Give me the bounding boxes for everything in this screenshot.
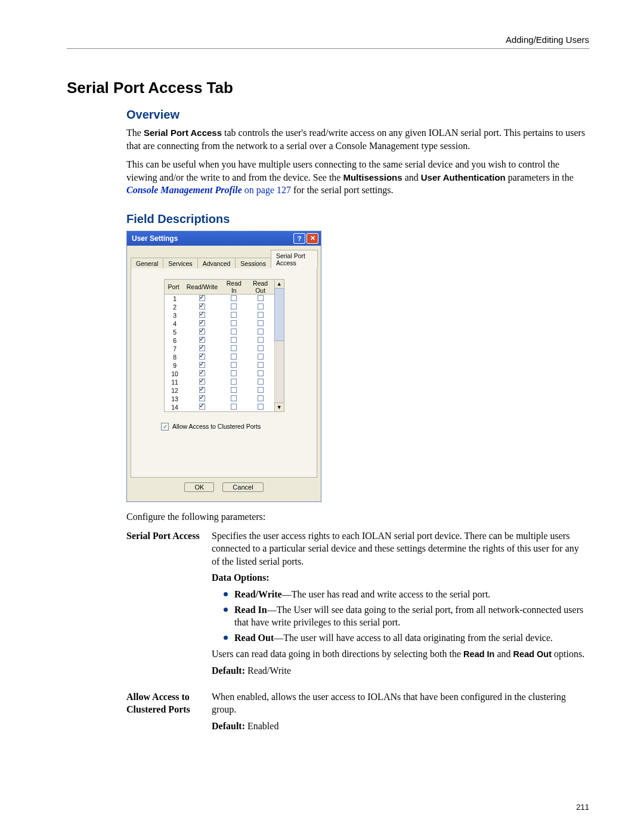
console-mgmt-profile-link[interactable]: Console Management Profile [126,185,242,195]
readwrite-checkbox[interactable] [199,387,205,393]
readin-cell [221,303,246,311]
readwrite-checkbox[interactable] [199,354,205,360]
table-row: 10 [165,370,274,378]
grid-scrollbar[interactable]: ▲ ▼ [274,280,284,411]
both-pre: Users can read data going in both direct… [212,649,463,659]
overview-p2-multisessions: Multisessions [343,172,402,182]
readin-checkbox[interactable] [231,345,237,351]
port-number-cell: 6 [165,336,183,345]
help-button[interactable]: ? [293,233,305,244]
desc-allow-clustered: When enabled, allows the user access to … [212,690,589,733]
readwrite-checkbox[interactable] [199,379,205,385]
port-number-cell: 14 [165,403,183,411]
readwrite-checkbox[interactable] [199,404,205,410]
desc-spa-default: Default: Read/Write [212,664,589,677]
table-row: 8 [165,353,274,361]
readout-cell [247,370,274,378]
readwrite-checkbox[interactable] [199,370,205,376]
readin-checkbox[interactable] [231,370,237,376]
tab-sessions[interactable]: Sessions [235,258,271,268]
opt-rin-text: —The User will see data going to the ser… [234,605,583,628]
readout-cell [247,303,274,311]
scroll-thumb[interactable] [274,288,284,341]
spa-default-value: Read/Write [245,665,291,676]
table-row: 13 [165,395,274,403]
readout-checkbox[interactable] [258,354,264,360]
readin-cell [221,345,246,353]
spa-default-label: Default: [212,665,245,676]
readout-checkbox[interactable] [258,295,264,301]
readin-checkbox[interactable] [231,387,237,393]
readout-checkbox[interactable] [258,329,264,335]
readin-cell [221,386,246,395]
readout-checkbox[interactable] [258,404,264,410]
readwrite-checkbox[interactable] [199,395,205,401]
col-port: Port [165,280,183,295]
scroll-up-icon[interactable]: ▲ [274,279,284,289]
both-mid: and [494,649,513,659]
ok-button[interactable]: OK [184,482,214,492]
readin-checkbox[interactable] [231,304,237,309]
port-number-cell: 7 [165,345,183,353]
readin-checkbox[interactable] [231,362,237,368]
readwrite-checkbox[interactable] [199,329,205,335]
col-readin: Read In [221,280,246,295]
table-row: 4 [165,320,274,328]
readin-cell [221,403,246,411]
both-b1: Read In [463,649,494,659]
readin-cell [221,328,246,336]
readout-checkbox[interactable] [258,345,264,351]
readwrite-checkbox[interactable] [199,304,205,309]
readout-checkbox[interactable] [258,337,264,343]
table-row: 14 [165,403,274,411]
readout-cell [247,395,274,403]
readwrite-checkbox[interactable] [199,362,205,368]
col-readwrite: Read/Write [183,280,221,295]
readwrite-checkbox[interactable] [199,345,205,351]
allow-clustered-ports-checkbox[interactable]: ✓ [161,423,169,431]
readout-cell [247,345,274,353]
readout-checkbox[interactable] [258,312,264,318]
tab-services[interactable]: Services [163,258,197,268]
readout-checkbox[interactable] [258,395,264,401]
opt-readwrite: Read/Write—The user has read and write a… [224,588,589,601]
term-allow-clustered: Allow Access to Clustered Ports [126,690,207,733]
readwrite-checkbox[interactable] [199,312,205,318]
cancel-button[interactable]: Cancel [222,482,263,492]
readin-checkbox[interactable] [231,379,237,385]
readin-checkbox[interactable] [231,395,237,401]
desc-serial-port-access: Specifies the user access rights to each… [212,529,589,677]
readout-checkbox[interactable] [258,320,264,326]
readout-checkbox[interactable] [258,370,264,376]
readout-checkbox[interactable] [258,379,264,385]
field-descriptions-heading: Field Descriptions [126,212,589,226]
close-button[interactable]: ✕ [306,233,318,244]
readin-checkbox[interactable] [231,337,237,343]
port-number-cell: 3 [165,311,183,320]
table-row: 6 [165,336,274,345]
readin-checkbox[interactable] [231,329,237,335]
tab-general[interactable]: General [131,258,163,268]
tab-advanced[interactable]: Advanced [197,258,236,268]
readin-checkbox[interactable] [231,312,237,318]
readwrite-checkbox[interactable] [199,337,205,343]
readout-checkbox[interactable] [258,362,264,368]
readout-checkbox[interactable] [258,304,264,309]
tab-serial-port-access[interactable]: Serial Port Access [271,250,318,268]
scroll-down-icon[interactable]: ▼ [274,402,284,412]
term-serial-port-access: Serial Port Access [126,529,207,677]
overview-p1-pre: The [126,128,144,138]
readin-checkbox[interactable] [231,295,237,301]
data-options-label: Data Options: [212,572,269,583]
readwrite-checkbox[interactable] [199,320,205,326]
col-readout: Read Out [247,280,274,295]
overview-p2-mid: parameters in the [506,172,574,182]
readin-checkbox[interactable] [231,404,237,410]
readin-checkbox[interactable] [231,320,237,326]
readout-checkbox[interactable] [258,387,264,393]
allow-clustered-ports-label: Allow Access to Clustered Ports [172,423,261,430]
readwrite-cell [183,403,221,411]
port-number-cell: 2 [165,303,183,311]
readwrite-checkbox[interactable] [199,295,205,301]
readin-checkbox[interactable] [231,354,237,360]
